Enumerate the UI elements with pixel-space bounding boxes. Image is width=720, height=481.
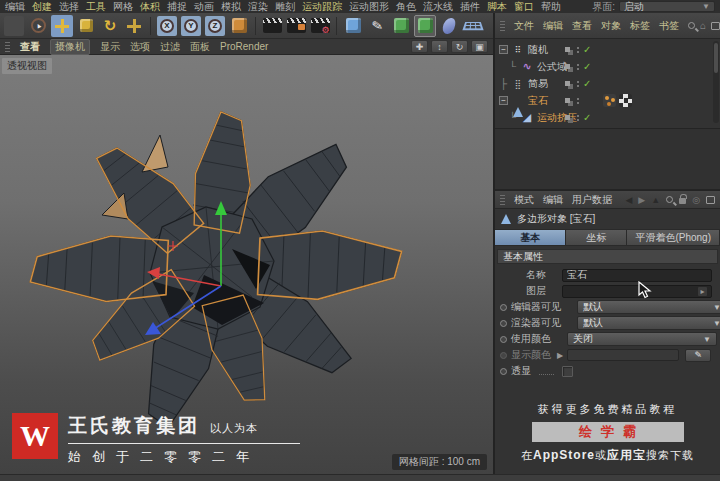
- floor-object-button[interactable]: [462, 15, 484, 37]
- menu-window[interactable]: 窗口: [514, 0, 534, 14]
- enabled-check-icon[interactable]: ✓: [583, 44, 591, 55]
- menu-snap[interactable]: 捕捉: [167, 0, 187, 14]
- am-menu-userdata[interactable]: 用户数据: [572, 193, 612, 207]
- menu-edit[interactable]: 编辑: [5, 0, 25, 14]
- axis-z-lock-button[interactable]: Z: [204, 15, 226, 37]
- layer-input[interactable]: ▸: [562, 285, 712, 298]
- viewport-menu-view[interactable]: 查看: [20, 40, 40, 54]
- phong-tag-icon[interactable]: [603, 94, 616, 107]
- coordinate-system-button[interactable]: [228, 15, 250, 37]
- viewport-rotate-icon[interactable]: ↻: [451, 40, 468, 53]
- history-back-icon[interactable]: ◀: [625, 195, 632, 205]
- menu-help[interactable]: 帮助: [541, 0, 561, 14]
- menu-pipeline[interactable]: 流水线: [423, 0, 453, 14]
- om-menu-view[interactable]: 查看: [572, 19, 592, 33]
- section-header[interactable]: 基本属性: [497, 249, 718, 264]
- tree-row-formula-field[interactable]: └ ∿ 公式域 ✓: [495, 58, 720, 75]
- menu-animate[interactable]: 动画: [194, 0, 214, 14]
- visibility-toggles[interactable]: ✓: [565, 44, 591, 55]
- render-settings-button[interactable]: ⚙: [309, 15, 331, 37]
- panel-grip[interactable]: [500, 194, 505, 205]
- viewport-canvas[interactable]: [0, 55, 493, 474]
- menu-select[interactable]: 选择: [59, 0, 79, 14]
- add-primitive-button[interactable]: [342, 15, 364, 37]
- panel-layout-icon[interactable]: [706, 196, 715, 204]
- enabled-check-icon[interactable]: ✓: [583, 78, 591, 89]
- tree-row-plain[interactable]: ├ ⣿ 简易 ✓: [495, 75, 720, 92]
- tree-row-gem[interactable]: − 宝石: [495, 92, 720, 109]
- om-menu-file[interactable]: 文件: [514, 19, 534, 33]
- rotate-tool-button[interactable]: ↻: [99, 15, 121, 37]
- render-picture-viewer-button[interactable]: [285, 15, 307, 37]
- animation-dot-icon[interactable]: [500, 336, 507, 343]
- animation-dot-icon[interactable]: [500, 304, 507, 311]
- visibility-toggles[interactable]: ✓: [565, 61, 591, 72]
- use-color-dropdown[interactable]: 关闭▼: [567, 332, 717, 346]
- view-label[interactable]: 透视视图: [2, 58, 52, 74]
- panel-grip[interactable]: [5, 41, 10, 52]
- pen-spline-button[interactable]: ✎: [366, 15, 388, 37]
- perspective-viewport[interactable]: 透视视图: [0, 55, 493, 474]
- visibility-dots-icon[interactable]: [577, 81, 579, 83]
- viewport-toggle-icon[interactable]: ▣: [471, 40, 488, 53]
- scale-tool-button[interactable]: [75, 15, 97, 37]
- om-menu-objects[interactable]: 对象: [601, 19, 621, 33]
- collapse-toggle-icon[interactable]: −: [499, 96, 508, 105]
- animation-dot-icon[interactable]: [500, 320, 507, 327]
- viewport-menu-options[interactable]: 选项: [130, 40, 150, 54]
- menu-mesh[interactable]: 网格: [113, 0, 133, 14]
- xray-checkbox[interactable]: [562, 366, 573, 377]
- lock-icon[interactable]: [679, 198, 686, 204]
- last-tool-button[interactable]: [123, 15, 145, 37]
- om-menu-edit[interactable]: 编辑: [543, 19, 563, 33]
- menu-script[interactable]: 脚本: [487, 0, 507, 14]
- viewport-menu-display[interactable]: 显示: [100, 40, 120, 54]
- viewport-zoom-icon[interactable]: ↕: [431, 40, 448, 53]
- menu-mograph[interactable]: 运动图形: [349, 0, 389, 14]
- am-menu-edit[interactable]: 编辑: [543, 193, 563, 207]
- visibility-toggles[interactable]: [565, 98, 579, 103]
- viewport-menu-prorender[interactable]: ProRender: [220, 41, 268, 52]
- editor-visible-dropdown[interactable]: 默认▼: [577, 300, 720, 314]
- menu-render[interactable]: 渲染: [248, 0, 268, 14]
- viewport-menu-cameras[interactable]: 摄像机: [50, 39, 90, 55]
- tree-row-random[interactable]: − ⠿ 随机 ✓: [495, 41, 720, 58]
- settings-gear-icon[interactable]: ◎: [692, 195, 700, 205]
- tab-coordinates[interactable]: 坐标: [566, 230, 627, 245]
- display-color-swatch[interactable]: [567, 349, 679, 361]
- visibility-dots-icon[interactable]: [577, 98, 579, 100]
- viewport-menu-filter[interactable]: 过滤: [160, 40, 180, 54]
- menu-plugins[interactable]: 插件: [460, 0, 480, 14]
- name-input[interactable]: [562, 269, 712, 282]
- om-menu-tags[interactable]: 标签: [630, 19, 650, 33]
- move-tool-button[interactable]: [51, 15, 73, 37]
- history-forward-icon[interactable]: ▶: [638, 195, 645, 205]
- menu-tools[interactable]: 工具: [86, 0, 106, 14]
- tree-row-moextrude[interactable]: └ ◢ 运动挤压 ✓: [495, 109, 720, 126]
- search-icon[interactable]: [688, 22, 695, 29]
- axis-x-lock-button[interactable]: X: [156, 15, 178, 37]
- parent-up-icon[interactable]: ▲: [651, 195, 660, 205]
- visibility-dots-icon[interactable]: [577, 47, 579, 49]
- visibility-dots-icon[interactable]: [577, 64, 579, 66]
- animation-dot-icon[interactable]: [500, 368, 507, 375]
- enabled-check-icon[interactable]: ✓: [583, 112, 591, 123]
- tab-phong[interactable]: 平滑着色(Phong): [627, 230, 720, 245]
- menu-volume[interactable]: 体积: [140, 0, 160, 14]
- menu-motion-tracker[interactable]: 运动跟踪: [302, 0, 342, 14]
- visibility-toggles[interactable]: ✓: [565, 112, 591, 123]
- expand-arrow-icon[interactable]: ▶: [557, 351, 563, 360]
- search-icon[interactable]: [666, 196, 673, 203]
- viewport-menu-panel[interactable]: 面板: [190, 40, 210, 54]
- uvw-tag-icon[interactable]: [619, 94, 632, 107]
- visibility-toggles[interactable]: ✓: [565, 78, 591, 89]
- menu-sculpt[interactable]: 雕刻: [275, 0, 295, 14]
- undo-button[interactable]: [3, 15, 25, 37]
- visibility-dots-icon[interactable]: [577, 115, 579, 117]
- menu-simulate[interactable]: 模拟: [221, 0, 241, 14]
- deformer-button[interactable]: [414, 15, 436, 37]
- enabled-check-icon[interactable]: ✓: [583, 61, 591, 72]
- tab-basic[interactable]: 基本: [495, 230, 566, 245]
- menu-create[interactable]: 创建: [32, 0, 52, 14]
- tree-scrollbar[interactable]: [713, 41, 719, 123]
